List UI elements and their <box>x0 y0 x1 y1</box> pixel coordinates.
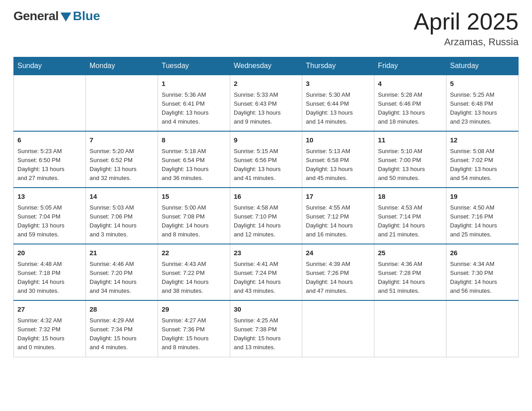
page-header: General Blue April 2025 Arzamas, Russia <box>13 9 519 48</box>
calendar-cell: 5Sunrise: 5:25 AMSunset: 6:48 PMDaylight… <box>446 75 519 131</box>
day-info: Sunrise: 4:27 AMSunset: 7:36 PMDaylight:… <box>162 316 226 352</box>
day-info: Sunrise: 5:03 AMSunset: 7:06 PMDaylight:… <box>90 203 154 240</box>
day-number: 25 <box>378 248 442 258</box>
day-number: 13 <box>17 192 82 202</box>
calendar-cell: 22Sunrise: 4:43 AMSunset: 7:22 PMDayligh… <box>158 244 230 300</box>
day-info: Sunrise: 5:08 AMSunset: 7:02 PMDaylight:… <box>450 147 515 183</box>
calendar-cell: 7Sunrise: 5:20 AMSunset: 6:52 PMDaylight… <box>86 131 158 188</box>
calendar-cell: 9Sunrise: 5:15 AMSunset: 6:56 PMDaylight… <box>230 131 302 188</box>
day-info: Sunrise: 4:36 AMSunset: 7:28 PMDaylight:… <box>378 260 442 296</box>
day-info: Sunrise: 4:39 AMSunset: 7:26 PMDaylight:… <box>306 260 370 296</box>
day-number: 23 <box>234 248 298 258</box>
day-header-wednesday: Wednesday <box>230 57 302 75</box>
day-info: Sunrise: 4:55 AMSunset: 7:12 PMDaylight:… <box>306 203 370 240</box>
calendar-cell: 18Sunrise: 4:53 AMSunset: 7:14 PMDayligh… <box>374 188 446 244</box>
day-header-thursday: Thursday <box>302 57 374 75</box>
day-number: 20 <box>17 248 82 258</box>
day-number: 6 <box>17 135 82 146</box>
day-info: Sunrise: 4:29 AMSunset: 7:34 PMDaylight:… <box>90 316 154 352</box>
day-info: Sunrise: 5:10 AMSunset: 7:00 PMDaylight:… <box>378 147 442 183</box>
title-section: April 2025 Arzamas, Russia <box>414 9 519 48</box>
calendar-week-3: 13Sunrise: 5:05 AMSunset: 7:04 PMDayligh… <box>14 188 519 244</box>
calendar-cell: 25Sunrise: 4:36 AMSunset: 7:28 PMDayligh… <box>374 244 446 300</box>
day-number: 18 <box>378 192 442 202</box>
day-info: Sunrise: 4:46 AMSunset: 7:20 PMDaylight:… <box>90 260 154 296</box>
calendar-cell: 16Sunrise: 4:58 AMSunset: 7:10 PMDayligh… <box>230 188 302 244</box>
calendar-cell: 21Sunrise: 4:46 AMSunset: 7:20 PMDayligh… <box>86 244 158 300</box>
calendar-week-5: 27Sunrise: 4:32 AMSunset: 7:32 PMDayligh… <box>14 300 519 357</box>
calendar-cell: 19Sunrise: 4:50 AMSunset: 7:16 PMDayligh… <box>446 188 519 244</box>
day-number: 9 <box>234 135 298 146</box>
day-number: 4 <box>378 79 442 89</box>
logo-general-text: General <box>13 9 59 23</box>
logo: General Blue <box>13 9 100 23</box>
day-info: Sunrise: 4:32 AMSunset: 7:32 PMDaylight:… <box>17 316 82 352</box>
calendar-cell: 26Sunrise: 4:34 AMSunset: 7:30 PMDayligh… <box>446 244 519 300</box>
calendar-cell <box>374 300 446 357</box>
day-number: 15 <box>162 192 226 202</box>
day-number: 22 <box>162 248 226 258</box>
calendar-cell <box>446 300 519 357</box>
day-number: 17 <box>306 192 370 202</box>
calendar-cell: 10Sunrise: 5:13 AMSunset: 6:58 PMDayligh… <box>302 131 374 188</box>
calendar-cell <box>302 300 374 357</box>
day-info: Sunrise: 5:00 AMSunset: 7:08 PMDaylight:… <box>162 203 226 240</box>
day-header-friday: Friday <box>374 57 446 75</box>
calendar-cell: 12Sunrise: 5:08 AMSunset: 7:02 PMDayligh… <box>446 131 519 188</box>
calendar-title: April 2025 <box>414 9 519 34</box>
day-header-saturday: Saturday <box>446 57 519 75</box>
calendar-cell: 2Sunrise: 5:33 AMSunset: 6:43 PMDaylight… <box>230 75 302 131</box>
day-number: 2 <box>234 79 298 89</box>
calendar-cell: 3Sunrise: 5:30 AMSunset: 6:44 PMDaylight… <box>302 75 374 131</box>
calendar-cell: 29Sunrise: 4:27 AMSunset: 7:36 PMDayligh… <box>158 300 230 357</box>
logo-triangle-icon <box>60 13 71 21</box>
calendar-cell <box>86 75 158 131</box>
day-info: Sunrise: 5:20 AMSunset: 6:52 PMDaylight:… <box>90 147 154 183</box>
calendar-cell: 28Sunrise: 4:29 AMSunset: 7:34 PMDayligh… <box>86 300 158 357</box>
calendar-table: SundayMondayTuesdayWednesdayThursdayFrid… <box>13 57 519 357</box>
day-info: Sunrise: 5:30 AMSunset: 6:44 PMDaylight:… <box>306 90 370 127</box>
calendar-cell: 20Sunrise: 4:48 AMSunset: 7:18 PMDayligh… <box>14 244 86 300</box>
day-number: 27 <box>17 304 82 315</box>
day-number: 26 <box>450 248 515 258</box>
day-number: 11 <box>378 135 442 146</box>
day-header-sunday: Sunday <box>14 57 86 75</box>
calendar-week-2: 6Sunrise: 5:23 AMSunset: 6:50 PMDaylight… <box>14 131 519 188</box>
day-info: Sunrise: 5:23 AMSunset: 6:50 PMDaylight:… <box>17 147 82 183</box>
day-info: Sunrise: 4:58 AMSunset: 7:10 PMDaylight:… <box>234 203 298 240</box>
day-info: Sunrise: 5:36 AMSunset: 6:41 PMDaylight:… <box>162 90 226 127</box>
calendar-cell: 4Sunrise: 5:28 AMSunset: 6:46 PMDaylight… <box>374 75 446 131</box>
day-info: Sunrise: 4:34 AMSunset: 7:30 PMDaylight:… <box>450 260 515 296</box>
day-info: Sunrise: 5:18 AMSunset: 6:54 PMDaylight:… <box>162 147 226 183</box>
day-number: 16 <box>234 192 298 202</box>
day-number: 8 <box>162 135 226 146</box>
day-info: Sunrise: 5:13 AMSunset: 6:58 PMDaylight:… <box>306 147 370 183</box>
day-number: 19 <box>450 192 515 202</box>
day-number: 28 <box>90 304 154 315</box>
day-info: Sunrise: 4:50 AMSunset: 7:16 PMDaylight:… <box>450 203 515 240</box>
day-number: 3 <box>306 79 370 89</box>
day-number: 21 <box>90 248 154 258</box>
calendar-cell: 13Sunrise: 5:05 AMSunset: 7:04 PMDayligh… <box>14 188 86 244</box>
logo-blue-text: Blue <box>73 9 100 23</box>
calendar-cell: 15Sunrise: 5:00 AMSunset: 7:08 PMDayligh… <box>158 188 230 244</box>
calendar-cell <box>14 75 86 131</box>
calendar-week-1: 1Sunrise: 5:36 AMSunset: 6:41 PMDaylight… <box>14 75 519 131</box>
calendar-header-row: SundayMondayTuesdayWednesdayThursdayFrid… <box>14 57 519 75</box>
calendar-cell: 14Sunrise: 5:03 AMSunset: 7:06 PMDayligh… <box>86 188 158 244</box>
day-number: 7 <box>90 135 154 146</box>
calendar-cell: 1Sunrise: 5:36 AMSunset: 6:41 PMDaylight… <box>158 75 230 131</box>
day-info: Sunrise: 4:41 AMSunset: 7:24 PMDaylight:… <box>234 260 298 296</box>
day-number: 10 <box>306 135 370 146</box>
calendar-cell: 17Sunrise: 4:55 AMSunset: 7:12 PMDayligh… <box>302 188 374 244</box>
day-info: Sunrise: 5:05 AMSunset: 7:04 PMDaylight:… <box>17 203 82 240</box>
calendar-cell: 8Sunrise: 5:18 AMSunset: 6:54 PMDaylight… <box>158 131 230 188</box>
day-info: Sunrise: 5:28 AMSunset: 6:46 PMDaylight:… <box>378 90 442 127</box>
day-info: Sunrise: 4:25 AMSunset: 7:38 PMDaylight:… <box>234 316 298 352</box>
day-number: 1 <box>162 79 226 89</box>
calendar-cell: 24Sunrise: 4:39 AMSunset: 7:26 PMDayligh… <box>302 244 374 300</box>
day-info: Sunrise: 5:15 AMSunset: 6:56 PMDaylight:… <box>234 147 298 183</box>
day-info: Sunrise: 5:33 AMSunset: 6:43 PMDaylight:… <box>234 90 298 127</box>
day-number: 5 <box>450 79 515 89</box>
day-number: 29 <box>162 304 226 315</box>
